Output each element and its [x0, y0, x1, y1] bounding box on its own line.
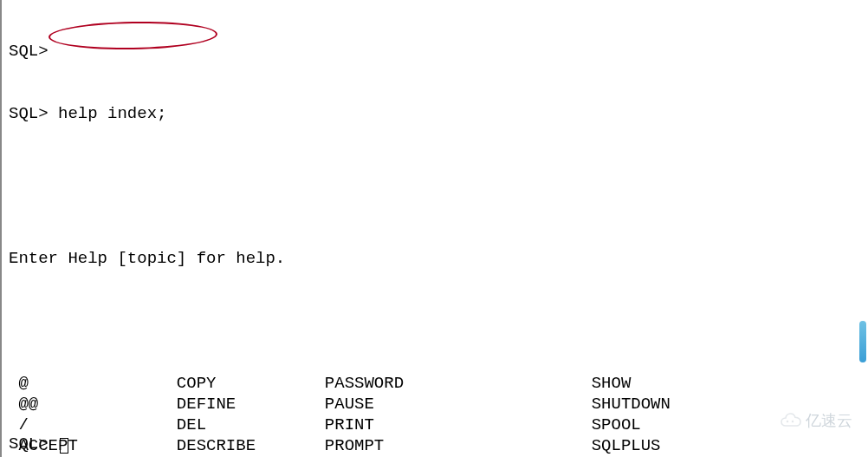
help-topic-row: @COPYPASSWORDSHOW — [9, 374, 868, 395]
help-topic: / — [18, 415, 176, 436]
help-topic: PROMPT — [325, 436, 592, 457]
help-topic: SHUTDOWN — [592, 395, 670, 415]
prompt-line-cursor[interactable]: SQL> — [9, 434, 68, 454]
terminal-output: SQL> SQL> help index; Enter Help [topic]… — [2, 0, 868, 457]
text-cursor — [60, 438, 68, 454]
help-topic-row: @@DEFINEPAUSESHUTDOWN — [9, 395, 868, 415]
help-topic: PRINT — [325, 415, 592, 436]
help-topic: @@ — [18, 395, 176, 415]
help-topic: COPY — [177, 374, 325, 395]
scrollbar-thumb[interactable] — [859, 321, 866, 362]
help-topic-row: /DELPRINTSPOOL — [9, 415, 868, 436]
help-topic: DEFINE — [177, 395, 325, 415]
help-index-command: help index; — [58, 104, 166, 123]
prompt-line-command: SQL> help index; — [9, 104, 868, 125]
help-topic: @ — [18, 374, 176, 395]
help-topic: DESCRIBE — [177, 436, 325, 457]
sql-prompt: SQL> — [9, 434, 49, 454]
help-topic-grid: @COPYPASSWORDSHOW @@DEFINEPAUSESHUTDOWN … — [9, 374, 868, 457]
help-topic: DEL — [177, 415, 325, 436]
help-topic: SPOOL — [592, 415, 641, 436]
blank-line — [9, 186, 868, 207]
help-topic: SQLPLUS — [592, 436, 661, 457]
help-topic: SHOW — [592, 374, 632, 395]
sql-prompt: SQL> — [9, 104, 49, 123]
prompt-line-empty: SQL> — [9, 42, 868, 62]
blank-line — [9, 311, 868, 332]
help-instruction: Enter Help [topic] for help. — [9, 249, 868, 270]
help-topic: PASSWORD — [325, 374, 592, 395]
help-topic: PAUSE — [325, 395, 592, 415]
sql-prompt: SQL> — [9, 42, 49, 61]
help-topic-row: ACCEPTDESCRIBEPROMPTSQLPLUS — [9, 436, 868, 457]
